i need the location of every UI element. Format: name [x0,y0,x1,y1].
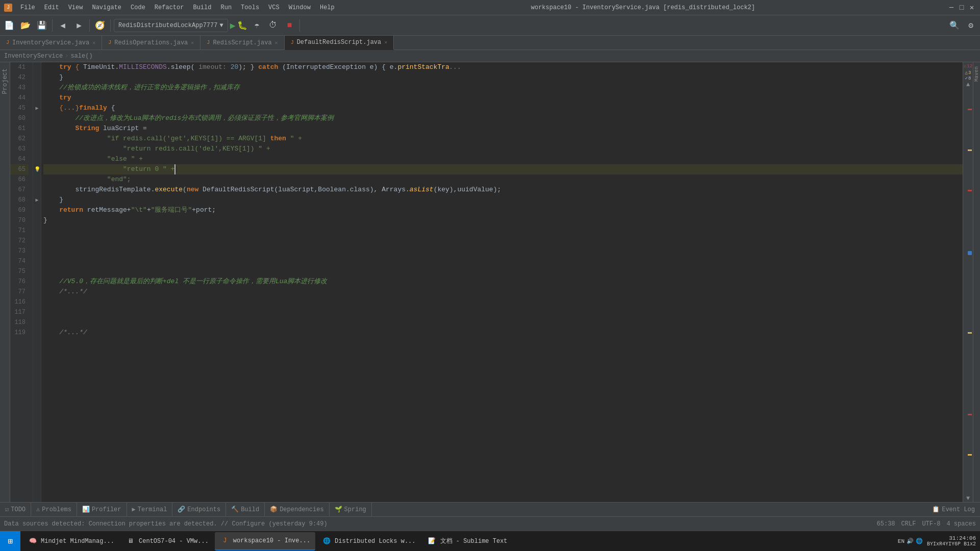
taskbar-sublime[interactable]: 📝 文档 - Sublime Text [422,532,513,550]
code-line-43: //抢锁成功的请求线程，进行正常的业务逻辑操作，扣减库存 [43,83,963,93]
taskbar-centos[interactable]: 🖥 CentOS7-04 - VMw... [120,532,214,550]
tab-redisscript[interactable]: J RedisScript.java ✕ [200,36,284,49]
code-line-70: } [43,215,963,226]
endpoints-label: Endpoints [187,506,220,513]
centos-label: CentOS7-04 - VMw... [139,538,209,545]
menu-vcs[interactable]: VCS [264,3,284,12]
bottom-tabs-bar: ☑ TODO ⚠ Problems 📊 Profiler ▶ Terminal … [0,502,980,516]
sublime-icon: 📝 [427,536,437,546]
status-bar: Data sources detected: Connection proper… [0,516,980,531]
menu-window[interactable]: Window [285,3,315,12]
start-button[interactable]: ⊞ [0,531,20,552]
menu-run[interactable]: Run [216,3,236,12]
code-line-74 [43,256,963,266]
taskbar-chrome[interactable]: 🌐 Distributed Locks w... [316,532,420,550]
profile-button[interactable]: ⏱ [266,18,280,33]
back-button[interactable]: ◀ [56,18,70,33]
menu-view[interactable]: View [64,3,87,12]
code-editor[interactable]: 41 42 43 44 45 60 61 62 63 64 65 66 67 6… [10,62,963,502]
todo-label: TODO [11,506,26,513]
menu-refactor[interactable]: Refactor [150,3,188,12]
coverage-button[interactable]: ☂ [249,18,264,33]
run-config-dropdown-icon[interactable]: ▼ [219,22,223,29]
save-button[interactable]: 💾 [35,18,49,33]
stop-button[interactable]: ■ [282,18,296,33]
tab-dependencies[interactable]: 📦 Dependencies [265,503,329,516]
run-button[interactable]: ▶ [230,20,236,31]
tab-redisscript-close[interactable]: ✕ [275,40,278,46]
info-indicator[interactable]: ✓8 [965,76,971,81]
tab-terminal[interactable]: ▶ Terminal [127,503,173,516]
taskbar: ⊞ 🧠 Mindjet MindManag... 🖥 CentOS7-04 - … [0,531,980,551]
scroll-thumb[interactable] [968,251,972,255]
debug-button[interactable]: 🐛 [237,20,247,31]
new-file-button[interactable]: 📄 [2,18,16,33]
warn-mark-3 [968,454,972,456]
run-config-selector[interactable]: RedisDistributedLockApp7777 ▼ [114,19,228,32]
tab-defaultredisscript-close[interactable]: ✕ [384,39,387,45]
menu-help[interactable]: Help [316,3,339,12]
tab-inventoryservice-close[interactable]: ✕ [92,40,95,46]
scroll-up-button[interactable]: ▲ [966,81,970,88]
warning-indicator[interactable]: △3 [965,70,971,76]
tab-redisoperations-close[interactable]: ✕ [191,40,194,46]
tab-problems[interactable]: ⚠ Problems [31,503,77,516]
taskbar-intellij[interactable]: J workspace10 - Inve... [215,532,315,550]
open-button[interactable]: 📂 [18,18,33,33]
error-indicator[interactable]: ⚠12 [963,62,973,70]
minimize-button[interactable]: ─ [947,4,956,12]
warn-mark-2 [968,332,972,334]
breadcrumb-sale[interactable]: sale() [70,53,92,60]
menu-bar[interactable]: File Edit View Navigate Code Refactor Bu… [16,3,339,12]
taskbar-mindjet[interactable]: 🧠 Mindjet MindManag... [22,532,119,550]
forward-button[interactable]: ▶ [72,18,86,33]
project-label[interactable]: Project [1,64,10,98]
code-line-44: try [43,93,963,103]
menu-file[interactable]: File [16,3,39,12]
status-right: 65:38 CRLF UTF-8 4 spaces [877,520,976,528]
close-button[interactable]: ✕ [968,4,976,12]
menu-edit[interactable]: Edit [40,3,63,12]
profiler-icon: 📊 [82,506,90,513]
breadcrumb-inventoryservice[interactable]: InventoryService [4,53,63,60]
error-mark-2 [968,190,972,191]
code-content[interactable]: try { TimeUnit.MILLISECONDS.sleep( imeou… [41,62,963,502]
search-button[interactable]: 🔍 [947,18,962,33]
indent[interactable]: 4 spaces [946,520,976,528]
tab-endpoints[interactable]: 🔗 Endpoints [172,503,226,516]
tab-build[interactable]: 🔨 Build [226,503,265,516]
tab-todo[interactable]: ☑ TODO [0,503,31,516]
maven-panel-label[interactable]: Maven [973,62,980,86]
menu-tools[interactable]: Tools [237,3,263,12]
volume-icon[interactable]: 🔊 [907,538,914,544]
right-sidebar: ⚠12 △3 ✓8 ▲ ▼ [963,62,973,502]
indent-label: 4 spaces [946,520,976,528]
menu-navigate[interactable]: Navigate [88,3,125,12]
tabs-bar: J InventoryService.java ✕ J RedisOperati… [0,36,980,50]
encoding[interactable]: UTF-8 [922,520,940,528]
datasource-status[interactable]: Data sources detected: Connection proper… [4,520,328,528]
terminal-label: Terminal [138,506,167,513]
mindjet-icon: 🧠 [28,536,38,546]
code-line-71 [43,226,963,236]
settings-button[interactable]: ⚙ [964,18,978,33]
tab-defaultredisscript[interactable]: J DefaultRedisScript.java ✕ [285,36,394,50]
network-icon[interactable]: 🌐 [916,538,923,544]
profiler-label: Profiler [92,506,121,513]
error-stripe [963,88,973,495]
tab-event-log[interactable]: 📋 Event Log [927,506,980,513]
tab-redisoperations[interactable]: J RedisOperations.java ✕ [102,36,200,49]
menu-build[interactable]: Build [189,3,215,12]
cursor-position[interactable]: 65:38 [877,520,895,528]
window-controls[interactable]: ─ □ ✕ [947,4,976,12]
menu-code[interactable]: Code [127,3,149,12]
maximize-button[interactable]: □ [958,4,966,12]
nav-button[interactable]: 🧭 [93,18,107,33]
window-title: workspace10 - InventoryService.java [red… [531,4,755,11]
scroll-down-button[interactable]: ▼ [966,495,970,502]
tab-spring[interactable]: 🌱 Spring [330,503,372,516]
tab-inventoryservice[interactable]: J InventoryService.java ✕ [0,36,102,49]
tab-profiler[interactable]: 📊 Profiler [77,503,127,516]
line-ending[interactable]: CRLF [901,520,916,528]
code-line-73 [43,246,963,256]
